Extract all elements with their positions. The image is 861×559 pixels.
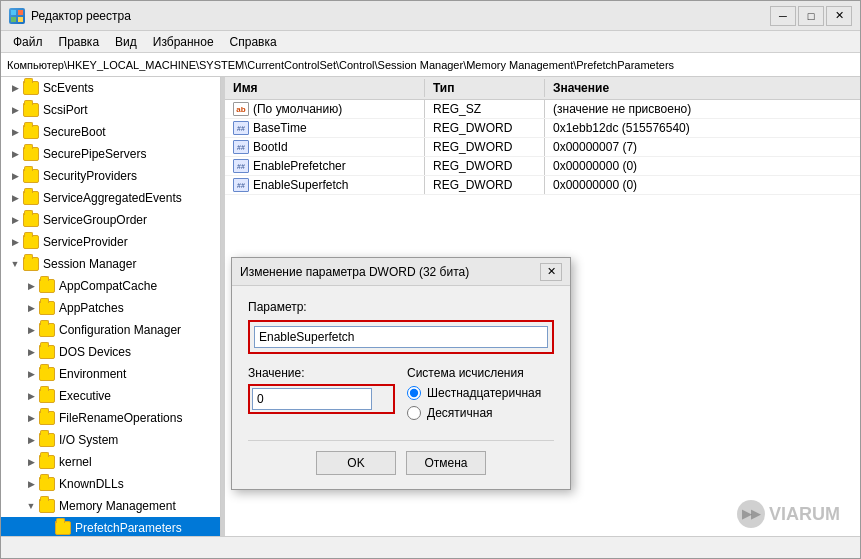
menu-file[interactable]: Файл — [5, 33, 51, 51]
close-button[interactable]: ✕ — [826, 6, 852, 26]
tree-expand-icon[interactable]: ▶ — [23, 388, 39, 404]
folder-icon — [23, 125, 39, 139]
value-type-cell: REG_DWORD — [425, 176, 545, 194]
radio-hex-label: Шестнадцатеричная — [427, 386, 541, 400]
tree-expand-icon[interactable]: ▶ — [7, 190, 23, 206]
table-row[interactable]: ##BootIdREG_DWORD0x00000007 (7) — [225, 138, 860, 157]
param-label: Параметр: — [248, 300, 554, 314]
value-name-text: EnableSuperfetch — [253, 178, 348, 192]
value-type-cell: REG_SZ — [425, 100, 545, 118]
tree-item-label: ScEvents — [43, 81, 94, 95]
folder-icon — [23, 81, 39, 95]
value-name-cell: ##EnableSuperfetch — [225, 176, 425, 194]
tree-expand-icon[interactable]: ▶ — [7, 124, 23, 140]
folder-icon — [39, 411, 55, 425]
tree-expand-icon[interactable]: ▶ — [23, 300, 39, 316]
tree-expand-icon[interactable]: ▶ — [7, 234, 23, 250]
value-name-text: BaseTime — [253, 121, 307, 135]
tree-expand-icon[interactable]: ▶ — [7, 102, 23, 118]
tree-item[interactable]: ▶KnownDLLs — [1, 473, 220, 495]
tree-expand-icon[interactable]: ▶ — [7, 146, 23, 162]
tree-expand-icon[interactable]: ▶ — [23, 322, 39, 338]
tree-item[interactable]: ▶I/O System — [1, 429, 220, 451]
tree-item[interactable]: ▼Memory Management — [1, 495, 220, 517]
dialog-close-button[interactable]: ✕ — [540, 263, 562, 281]
tree-item[interactable]: ▶Configuration Manager — [1, 319, 220, 341]
reg-dword-icon: ## — [233, 159, 249, 173]
folder-icon — [39, 367, 55, 381]
tree-item[interactable]: ▶SecurityProviders — [1, 165, 220, 187]
table-row[interactable]: ab(По умолчанию)REG_SZ(значение не присв… — [225, 100, 860, 119]
menu-view[interactable]: Вид — [107, 33, 145, 51]
radio-dec[interactable] — [407, 406, 421, 420]
tree-item[interactable]: ▶Executive — [1, 385, 220, 407]
tree-item[interactable]: ▶ScEvents — [1, 77, 220, 99]
folder-icon — [23, 169, 39, 183]
tree-item[interactable]: ▶ScsiPort — [1, 99, 220, 121]
ok-button[interactable]: OK — [316, 451, 396, 475]
tree-item-label: ScsiPort — [43, 103, 88, 117]
tree-expand-icon[interactable]: ▶ — [23, 432, 39, 448]
tree-item[interactable]: ▶SecureBoot — [1, 121, 220, 143]
menu-favorites[interactable]: Избранное — [145, 33, 222, 51]
tree-item[interactable]: ▼Session Manager — [1, 253, 220, 275]
param-input[interactable] — [254, 326, 548, 348]
table-row[interactable]: ##EnableSuperfetchREG_DWORD0x00000000 (0… — [225, 176, 860, 195]
tree-item[interactable]: ▶ServiceProvider — [1, 231, 220, 253]
svg-rect-1 — [18, 10, 23, 15]
title-bar: Редактор реестра ─ □ ✕ — [1, 1, 860, 31]
table-row[interactable]: ##EnablePrefetcherREG_DWORD0x00000000 (0… — [225, 157, 860, 176]
tree-expand-icon[interactable]: ▶ — [23, 366, 39, 382]
split-container: ▶ScEvents▶ScsiPort▶SecureBoot▶SecurePipe… — [1, 77, 860, 536]
menu-edit[interactable]: Правка — [51, 33, 108, 51]
tree-item-label: FileRenameOperations — [59, 411, 182, 425]
tree-item-label: Session Manager — [43, 257, 136, 271]
tree-item[interactable]: ▶DOS Devices — [1, 341, 220, 363]
status-bar — [1, 536, 860, 558]
tree-item[interactable]: ▶AppPatches — [1, 297, 220, 319]
tree-expand-icon[interactable]: ▼ — [23, 498, 39, 514]
folder-icon — [23, 191, 39, 205]
tree-expand-icon[interactable]: ▶ — [23, 344, 39, 360]
tree-expand-icon[interactable] — [39, 520, 55, 536]
values-header: Имя Тип Значение — [225, 77, 860, 100]
folder-icon — [23, 235, 39, 249]
value-input[interactable] — [252, 388, 372, 410]
maximize-button[interactable]: □ — [798, 6, 824, 26]
folder-icon — [23, 213, 39, 227]
tree-panel[interactable]: ▶ScEvents▶ScsiPort▶SecureBoot▶SecurePipe… — [1, 77, 221, 536]
tree-item[interactable]: ▶FileRenameOperations — [1, 407, 220, 429]
value-name-cell: ##BaseTime — [225, 119, 425, 137]
number-system-label: Система исчисления — [407, 366, 554, 380]
dialog-title: Изменение параметра DWORD (32 бита) — [240, 265, 540, 279]
tree-expand-icon[interactable]: ▶ — [23, 476, 39, 492]
table-row[interactable]: ##BaseTimeREG_DWORD0x1ebb12dc (515576540… — [225, 119, 860, 138]
minimize-button[interactable]: ─ — [770, 6, 796, 26]
tree-item[interactable]: ▶SecurePipeServers — [1, 143, 220, 165]
value-label: Значение: — [248, 366, 395, 380]
radio-hex[interactable] — [407, 386, 421, 400]
reg-dword-icon: ## — [233, 140, 249, 154]
tree-item[interactable]: ▶AppCompatCache — [1, 275, 220, 297]
tree-expand-icon[interactable]: ▶ — [23, 454, 39, 470]
tree-expand-icon[interactable]: ▶ — [7, 168, 23, 184]
tree-item[interactable]: ▶Environment — [1, 363, 220, 385]
folder-icon — [39, 433, 55, 447]
watermark-icon: ▶▶ — [737, 500, 765, 528]
folder-icon — [39, 477, 55, 491]
tree-expand-icon[interactable]: ▶ — [23, 410, 39, 426]
folder-icon — [39, 499, 55, 513]
tree-expand-icon[interactable]: ▼ — [7, 256, 23, 272]
tree-expand-icon[interactable]: ▶ — [7, 212, 23, 228]
radio-hex-row: Шестнадцатеричная — [407, 386, 554, 400]
folder-icon — [23, 103, 39, 117]
tree-item[interactable]: ▶ServiceGroupOrder — [1, 209, 220, 231]
value-name-text: EnablePrefetcher — [253, 159, 346, 173]
tree-item[interactable]: ▶kernel — [1, 451, 220, 473]
tree-item[interactable]: PrefetchParameters — [1, 517, 220, 536]
tree-expand-icon[interactable]: ▶ — [23, 278, 39, 294]
tree-expand-icon[interactable]: ▶ — [7, 80, 23, 96]
menu-help[interactable]: Справка — [222, 33, 285, 51]
cancel-button[interactable]: Отмена — [406, 451, 486, 475]
tree-item[interactable]: ▶ServiceAggregatedEvents — [1, 187, 220, 209]
